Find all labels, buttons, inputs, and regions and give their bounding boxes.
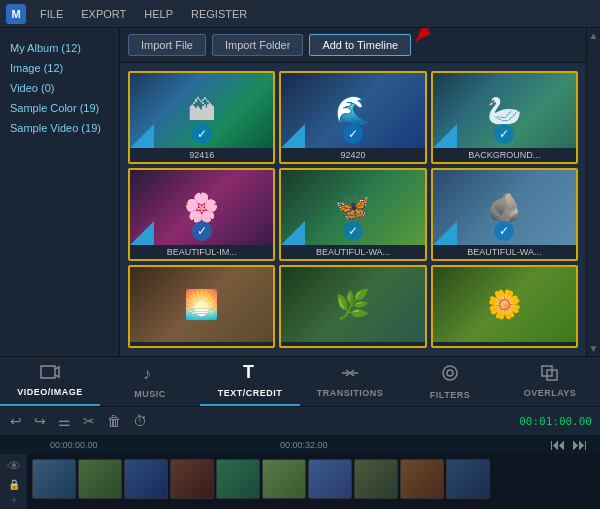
media-item-0[interactable]: 🏔✓92416 <box>128 71 275 164</box>
timeline-thumb-6[interactable] <box>308 459 352 499</box>
corner-triangle-0 <box>130 124 154 148</box>
timeline-thumb-5[interactable] <box>262 459 306 499</box>
scroll-bar[interactable]: ▲ ▼ <box>586 28 600 356</box>
ruler-time-mid: 00:00:32.00 <box>280 440 328 450</box>
tab-label-music: MUSIC <box>134 389 166 399</box>
timeline-thumb-7[interactable] <box>354 459 398 499</box>
import-toolbar: Import File Import Folder Add to Timelin… <box>120 28 586 63</box>
tab-icon-text-credit: T <box>241 363 259 386</box>
tab-overlays[interactable]: OVERLAYS <box>500 357 600 406</box>
tab-label-transitions: TRANSITIONS <box>317 388 384 398</box>
add-to-timeline-button[interactable]: Add to Timeline <box>309 34 411 56</box>
menu-register[interactable]: REGISTER <box>187 6 251 22</box>
track-add-icon[interactable]: ＋ <box>9 493 19 507</box>
track-eye-icon[interactable]: 👁 <box>5 456 23 476</box>
tab-music[interactable]: ♪MUSIC <box>100 357 200 406</box>
sidebar-item-image[interactable]: Image (12) <box>8 58 111 78</box>
media-thumb-8: 🌼 <box>433 267 576 342</box>
menu-file[interactable]: FILE <box>36 6 67 22</box>
corner-triangle-1 <box>281 124 305 148</box>
track-lock-icon[interactable]: 🔒 <box>8 479 20 490</box>
menu-export[interactable]: EXPORT <box>77 6 130 22</box>
app-logo: M <box>6 4 26 24</box>
check-badge-4: ✓ <box>343 221 363 241</box>
media-thumb-1: 🌊✓ <box>281 73 424 148</box>
media-item-2[interactable]: 🦢✓BACKGROUND... <box>431 71 578 164</box>
undo-button[interactable]: ↩ <box>8 411 24 431</box>
media-label-0: 92416 <box>130 148 273 162</box>
sidebar: My Album (12) Image (12) Video (0) Sampl… <box>0 28 120 356</box>
corner-triangle-4 <box>281 221 305 245</box>
check-badge-5: ✓ <box>494 221 514 241</box>
media-thumb-3: 🌸✓ <box>130 170 273 245</box>
tab-label-filters: FILTERS <box>430 390 470 400</box>
svg-rect-2 <box>41 366 55 378</box>
nav-buttons-right: ⏮ ⏭ <box>550 436 592 454</box>
media-item-7[interactable]: 🌿 <box>279 265 426 348</box>
main-area: My Album (12) Image (12) Video (0) Sampl… <box>0 28 600 356</box>
tab-transitions[interactable]: TRANSITIONS <box>300 357 400 406</box>
timeline-controls: ↩ ↪ ⚌ ✂ 🗑 ⏱ 00:01:00.00 <box>0 407 600 436</box>
tab-icon-overlays <box>541 365 559 386</box>
clock-button[interactable]: ⏱ <box>131 411 149 431</box>
tab-filters[interactable]: FILTERS <box>400 357 500 406</box>
menu-help[interactable]: HELP <box>140 6 177 22</box>
corner-triangle-5 <box>433 221 457 245</box>
media-label-2: BACKGROUND... <box>433 148 576 162</box>
ruler-time-start: 00:00:00.00 <box>50 440 98 450</box>
timeline-thumb-3[interactable] <box>170 459 214 499</box>
timeline-thumb-9[interactable] <box>446 459 490 499</box>
delete-button[interactable]: 🗑 <box>105 411 123 431</box>
media-thumb-0: 🏔✓ <box>130 73 273 148</box>
media-item-8[interactable]: 🌼 <box>431 265 578 348</box>
corner-triangle-3 <box>130 221 154 245</box>
tab-video-image[interactable]: VIDEO/IMAGE <box>0 357 100 406</box>
sidebar-item-samplecolor[interactable]: Sample Color (19) <box>8 98 111 118</box>
bottom-tabs: VIDEO/IMAGE♪MUSICTTEXT/CREDITTRANSITIONS… <box>0 356 600 407</box>
import-folder-button[interactable]: Import Folder <box>212 34 303 56</box>
sidebar-item-samplevideo[interactable]: Sample Video (19) <box>8 118 111 138</box>
timeline-thumb-0[interactable] <box>32 459 76 499</box>
media-label-5: BEAUTIFUL-WA... <box>433 245 576 259</box>
check-badge-2: ✓ <box>494 124 514 144</box>
tab-label-text-credit: TEXT/CREDIT <box>218 388 283 398</box>
media-item-4[interactable]: 🦋✓BEAUTIFUL-WA... <box>279 168 426 261</box>
timeline-track <box>28 454 600 504</box>
timeline-thumb-1[interactable] <box>78 459 122 499</box>
corner-triangle-2 <box>433 124 457 148</box>
skip-back-button[interactable]: ⏮ <box>550 436 566 454</box>
filter-button[interactable]: ⚌ <box>56 411 73 431</box>
timeline-thumb-2[interactable] <box>124 459 168 499</box>
tab-icon-transitions <box>340 365 360 386</box>
menu-bar: M FILE EXPORT HELP REGISTER <box>0 0 600 28</box>
tab-icon-filters <box>440 363 460 388</box>
media-item-3[interactable]: 🌸✓BEAUTIFUL-IM... <box>128 168 275 261</box>
media-label-7 <box>281 342 424 346</box>
sidebar-item-video[interactable]: Video (0) <box>8 78 111 98</box>
tab-label-overlays: OVERLAYS <box>524 388 577 398</box>
media-thumb-5: 🪨✓ <box>433 170 576 245</box>
timeline-thumb-8[interactable] <box>400 459 444 499</box>
svg-text:T: T <box>243 363 254 381</box>
cut-button[interactable]: ✂ <box>81 411 97 431</box>
timeline-row: 👁 🔒 ＋ <box>0 454 600 509</box>
redo-button[interactable]: ↪ <box>32 411 48 431</box>
media-label-3: BEAUTIFUL-IM... <box>130 245 273 259</box>
timeline-thumb-4[interactable] <box>216 459 260 499</box>
media-item-1[interactable]: 🌊✓92420 <box>279 71 426 164</box>
import-file-button[interactable]: Import File <box>128 34 206 56</box>
tab-text-credit[interactable]: TTEXT/CREDIT <box>200 357 300 406</box>
content-area: Import File Import Folder Add to Timelin… <box>120 28 586 356</box>
media-label-8 <box>433 342 576 346</box>
svg-point-8 <box>447 370 453 376</box>
media-item-6[interactable]: 🌅 <box>128 265 275 348</box>
sidebar-item-myalbum[interactable]: My Album (12) <box>8 38 111 58</box>
check-badge-0: ✓ <box>192 124 212 144</box>
media-item-5[interactable]: 🪨✓BEAUTIFUL-WA... <box>431 168 578 261</box>
media-thumb-7: 🌿 <box>281 267 424 342</box>
skip-forward-button[interactable]: ⏭ <box>572 436 588 454</box>
media-label-1: 92420 <box>281 148 424 162</box>
timeline-ruler: 00:00:00.00 00:00:32.00 ⏮ ⏭ <box>0 436 600 454</box>
media-thumb-2: 🦢✓ <box>433 73 576 148</box>
svg-point-7 <box>443 366 457 380</box>
